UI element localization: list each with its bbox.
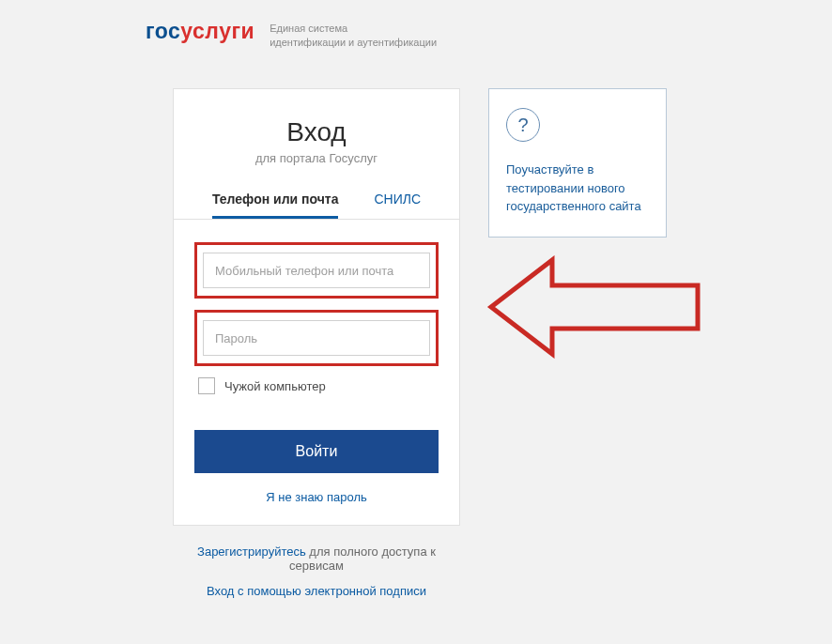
foreign-computer-checkbox[interactable] — [198, 377, 215, 394]
tagline-line1: Единая система — [270, 22, 437, 36]
question-mark-icon: ? — [506, 108, 540, 142]
logo: госуслуги — [146, 19, 254, 44]
register-link[interactable]: Зарегистрируйтесь — [197, 544, 306, 559]
header-tagline: Единая система идентификации и аутентифи… — [270, 22, 437, 51]
login-input[interactable] — [203, 253, 430, 288]
register-line: Зарегистрируйтесь для полного доступа к … — [173, 544, 460, 573]
login-subtitle: для портала Госуслуг — [174, 151, 459, 165]
login-field-highlight — [194, 242, 439, 299]
login-card: Вход для портала Госуслуг Телефон или по… — [173, 88, 460, 526]
tab-snils[interactable]: СНИЛС — [374, 192, 421, 219]
login-tabs: Телефон или почта СНИЛС — [174, 192, 459, 220]
login-button[interactable]: Войти — [194, 430, 439, 473]
footer-links: Зарегистрируйтесь для полного доступа к … — [173, 544, 460, 609]
login-form: Чужой компьютер — [174, 242, 459, 394]
foreign-computer-row: Чужой компьютер — [194, 377, 439, 394]
info-box-link[interactable]: Поучаствуйте в тестировании нового госуд… — [506, 161, 649, 216]
tagline-line2: идентификации и аутентификации — [270, 36, 437, 50]
foreign-computer-label: Чужой компьютер — [224, 379, 326, 393]
logo-part-uslugi: услуги — [180, 19, 254, 43]
site-header: госуслуги Единая система идентификации и… — [146, 19, 437, 51]
password-field-highlight — [194, 310, 439, 366]
esign-login-link[interactable]: Вход с помощью электронной подписи — [207, 584, 426, 598]
register-rest: для полного доступа к сервисам — [289, 544, 436, 573]
password-input[interactable] — [203, 320, 430, 356]
forgot-password-link[interactable]: Я не знаю пароль — [266, 490, 367, 504]
logo-part-gos: гос — [146, 19, 180, 43]
info-box: ? Поучаствуйте в тестировании нового гос… — [488, 88, 667, 238]
login-title: Вход — [174, 117, 459, 147]
annotation-arrow-icon — [486, 255, 712, 359]
tab-phone-email[interactable]: Телефон или почта — [212, 192, 339, 219]
